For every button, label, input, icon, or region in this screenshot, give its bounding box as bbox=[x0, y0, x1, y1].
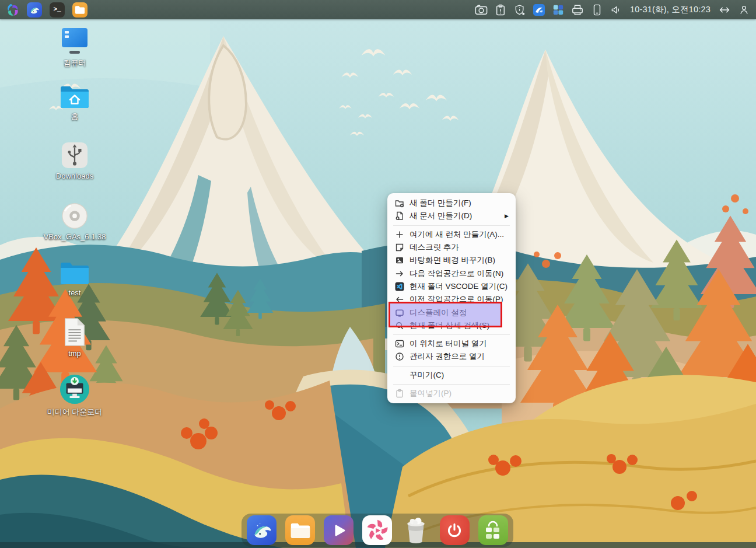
document-icon bbox=[62, 317, 88, 347]
search-icon bbox=[394, 321, 404, 330]
antivirus-icon[interactable] bbox=[533, 4, 545, 16]
desktop-icon-label: tmp bbox=[68, 350, 81, 358]
folder-icon bbox=[59, 260, 90, 286]
dock-whale-browser-icon[interactable] bbox=[247, 515, 276, 545]
desktop-screen: { "taskbar": { "clock": "10-31(화), 오전10:… bbox=[0, 0, 756, 548]
desklet-note-icon bbox=[394, 243, 404, 252]
security-shield-icon[interactable] bbox=[513, 4, 526, 16]
hamonikr-logo-icon[interactable] bbox=[4, 2, 19, 18]
dock-video-app-icon[interactable] bbox=[362, 515, 392, 545]
network-arrows-icon[interactable] bbox=[718, 4, 731, 16]
desktop-icon-label: Downloads bbox=[56, 172, 93, 181]
new-document-icon bbox=[394, 211, 404, 221]
menu-item-next-workspace[interactable]: 다음 작업공간으로 이동(N) bbox=[387, 267, 516, 280]
clock[interactable]: 10-31(화), 오전10:23 bbox=[629, 4, 712, 15]
terminal-icon bbox=[394, 339, 404, 348]
dock-file-manager-icon[interactable] bbox=[285, 515, 315, 545]
menu-item-prev-workspace[interactable]: 이전 작업공간으로 이동(P) bbox=[387, 293, 516, 306]
desktop-icon-vbox-disc[interactable]: VBox_GAs_6.1.38 bbox=[37, 202, 113, 242]
terminal-icon[interactable]: >_ bbox=[50, 2, 65, 18]
menu-item-customize[interactable]: 꾸미기(C) bbox=[387, 369, 516, 382]
usb-drive-icon bbox=[60, 141, 89, 169]
desktop-icon-test[interactable]: test bbox=[37, 260, 113, 298]
volume-icon[interactable] bbox=[610, 4, 622, 16]
menu-item-new-launcher[interactable]: 여기에 새 런처 만들기(A)... bbox=[387, 228, 516, 241]
menu-item-open-vscode[interactable]: 현재 폴더 VSCODE 열기(C) bbox=[387, 280, 516, 293]
arrow-left-icon bbox=[394, 295, 404, 304]
dock-media-player-icon[interactable] bbox=[324, 515, 354, 545]
whale-browser-icon[interactable] bbox=[27, 2, 42, 18]
new-folder-icon bbox=[394, 198, 404, 208]
printer-icon[interactable] bbox=[571, 4, 584, 16]
user-account-icon[interactable] bbox=[737, 4, 750, 16]
desktop-icon-label: test bbox=[69, 289, 81, 298]
desktop-context-menu: 새 폴더 만들기(F) 새 문서 만들기(D) ▶ 여기에 새 런처 만들기(A… bbox=[387, 193, 516, 403]
dock-software-center-icon[interactable] bbox=[478, 515, 508, 545]
dock-trash-icon[interactable] bbox=[401, 515, 431, 545]
menu-item-change-wallpaper[interactable]: 바탕화면 배경 바꾸기(B) bbox=[387, 254, 516, 267]
submenu-arrow-icon: ▶ bbox=[505, 213, 509, 219]
menu-separator bbox=[393, 384, 510, 385]
desktop-icon-computer[interactable]: 컴퓨터 bbox=[37, 27, 113, 68]
dock bbox=[242, 514, 513, 547]
home-folder-icon bbox=[59, 84, 90, 110]
menu-item-display-settings[interactable]: 디스플레이 설정 bbox=[387, 306, 516, 319]
desktop-icon-media-downloader[interactable]: 미디어 다운로더 bbox=[37, 374, 113, 417]
wallpaper bbox=[0, 0, 756, 548]
screenshot-camera-icon[interactable] bbox=[475, 4, 488, 16]
display-monitor-icon bbox=[394, 308, 404, 317]
plus-icon bbox=[394, 230, 404, 239]
arrow-right-icon bbox=[394, 269, 404, 278]
desktop-icon-downloads[interactable]: Downloads bbox=[37, 141, 113, 181]
menu-item-search-folder[interactable]: 현재 폴더 상세 검색(S) bbox=[387, 319, 516, 332]
app-grid-icon[interactable] bbox=[552, 4, 565, 16]
computer-icon bbox=[58, 27, 91, 56]
clipboard-manager-icon[interactable] bbox=[494, 4, 507, 16]
admin-warning-icon bbox=[394, 352, 404, 361]
terminal-glyph: >_ bbox=[53, 6, 61, 13]
menu-item-add-desklet[interactable]: 데스크릿 추가 bbox=[387, 241, 516, 254]
desktop-icon-label: 홈 bbox=[71, 113, 79, 121]
menu-separator bbox=[393, 225, 510, 226]
desktop-icon-home[interactable]: 홈 bbox=[37, 84, 113, 121]
menu-item-new-document[interactable]: 새 문서 만들기(D) ▶ bbox=[387, 210, 516, 222]
menu-separator bbox=[393, 366, 510, 367]
top-panel: >_ 10-31(화), 오전10:23 bbox=[0, 0, 756, 19]
desktop-icon-label: 컴퓨터 bbox=[64, 59, 86, 68]
cd-disc-icon bbox=[60, 202, 90, 230]
desktop-icon-tmp[interactable]: tmp bbox=[37, 317, 113, 358]
desktop-icon-label: VBox_GAs_6.1.38 bbox=[44, 233, 106, 242]
file-manager-icon[interactable] bbox=[72, 2, 88, 18]
menu-item-paste[interactable]: 붙여넣기(P) bbox=[387, 387, 516, 400]
menu-item-new-folder[interactable]: 새 폴더 만들기(F) bbox=[387, 197, 516, 210]
desktop-icon-label: 미디어 다운로더 bbox=[47, 408, 103, 417]
paste-clipboard-icon bbox=[394, 389, 404, 398]
menu-separator bbox=[393, 334, 510, 335]
wallpaper-image-icon bbox=[394, 256, 404, 265]
menu-item-open-as-admin[interactable]: 관리자 권한으로 열기 bbox=[387, 350, 516, 363]
vscode-icon bbox=[394, 282, 404, 291]
menu-item-open-terminal[interactable]: 이 위치로 터미널 열기 bbox=[387, 337, 516, 350]
mobile-device-icon[interactable] bbox=[590, 4, 603, 16]
media-downloader-icon bbox=[59, 374, 90, 405]
dock-power-icon[interactable] bbox=[440, 515, 470, 545]
